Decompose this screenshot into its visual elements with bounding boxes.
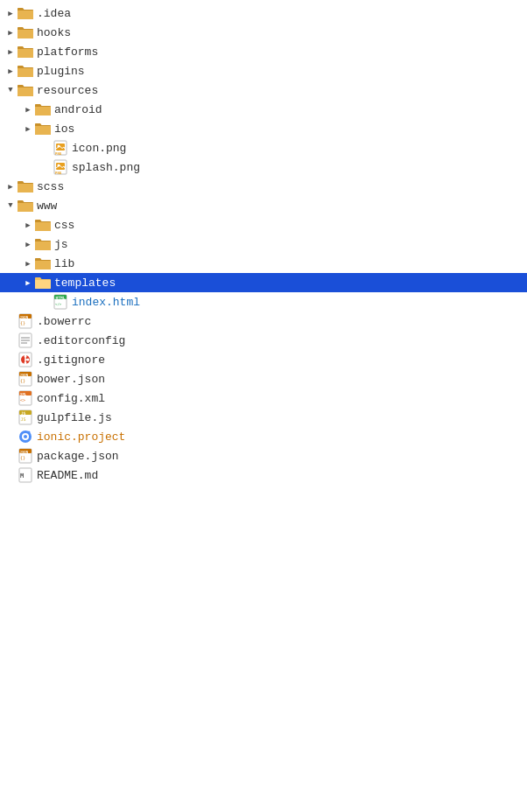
svg-text:JSON: JSON [20, 450, 29, 454]
tree-item-icon-png[interactable]: PNG icon.png [0, 138, 527, 158]
item-label: .editorconfig [37, 334, 125, 347]
item-label: plugins [37, 65, 85, 78]
tree-item-js[interactable]: js [0, 234, 527, 254]
svg-text:JS: JS [21, 411, 26, 416]
tree-item-splash-png[interactable]: PNG splash.png [0, 158, 527, 177]
item-label: scss [37, 180, 64, 193]
folder-icon [18, 84, 33, 96]
file-icon-json: JSON {} [18, 448, 33, 464]
file-icon-html: HTML </> [53, 294, 68, 310]
item-label: README.md [37, 469, 98, 482]
tree-item-bower-json[interactable]: JSON {} bower.json [0, 369, 527, 388]
svg-text:JSON: JSON [20, 373, 29, 377]
folder-icon [35, 276, 51, 289]
item-label: js [54, 238, 68, 251]
item-label: config.xml [37, 392, 105, 405]
item-label: splash.png [72, 161, 140, 174]
file-icon-image: PNG [53, 140, 68, 156]
svg-text:M: M [20, 472, 24, 480]
tree-item-css[interactable]: css [0, 215, 527, 234]
svg-point-40 [28, 431, 31, 434]
item-label: ionic.project [37, 430, 125, 444]
tree-item-scss[interactable]: scss [0, 177, 527, 196]
item-label: ios [54, 122, 74, 136]
arrow-right-icon[interactable] [21, 218, 35, 232]
arrow-down-icon[interactable] [4, 83, 18, 97]
tree-item-package-json[interactable]: JSON {} package.json [0, 446, 527, 466]
item-label: bower.json [37, 373, 105, 386]
tree-item-gitignore[interactable]: .gitignore [0, 350, 527, 369]
tree-item-idea[interactable]: .idea [0, 4, 527, 23]
svg-text:{}: {} [20, 320, 25, 326]
item-label: .gitignore [37, 354, 105, 367]
tree-item-resources[interactable]: resources [0, 80, 527, 100]
tree-item-plugins[interactable]: plugins [0, 61, 527, 80]
tree-item-bowerrc[interactable]: JSON {} .bowerrc [0, 312, 527, 331]
folder-icon [35, 219, 51, 231]
file-icon-json: JSON {} [18, 371, 33, 387]
tree-item-config-xml[interactable]: XML <> config.xml [0, 388, 527, 408]
file-icon-ionic [18, 429, 33, 444]
svg-text:{}: {} [20, 455, 25, 460]
arrow-right-icon[interactable] [4, 6, 18, 20]
arrow-right-icon[interactable] [4, 45, 18, 59]
arrow-right-icon[interactable] [21, 237, 35, 251]
item-label: icon.png [72, 142, 126, 155]
item-label: resources [37, 84, 98, 97]
file-icon-git [18, 352, 33, 368]
item-label: lib [54, 257, 74, 270]
svg-text:JS: JS [21, 416, 26, 422]
arrow-down-icon[interactable] [4, 199, 18, 213]
svg-point-39 [24, 435, 27, 438]
svg-point-22 [25, 355, 27, 358]
item-label: package.json [37, 450, 119, 463]
folder-icon [35, 257, 51, 270]
folder-icon [18, 200, 33, 212]
tree-item-templates[interactable]: templates [0, 273, 527, 292]
tree-item-editorconfig[interactable]: .editorconfig [0, 331, 527, 350]
file-icon-json: JSON {} [18, 313, 33, 329]
file-icon-js: JS JS [18, 410, 33, 425]
file-icon-image: PNG [53, 159, 68, 175]
tree-item-ionic-project[interactable]: ionic.project [0, 427, 527, 446]
folder-icon [18, 180, 33, 192]
svg-text:JSON: JSON [20, 315, 29, 319]
tree-item-android[interactable]: android [0, 100, 527, 119]
arrow-right-icon[interactable] [21, 276, 35, 290]
svg-text:PNG: PNG [55, 151, 62, 156]
item-label: platforms [37, 46, 98, 59]
item-label: android [54, 103, 102, 116]
folder-icon [35, 238, 51, 250]
folder-icon [18, 7, 33, 19]
folder-icon [35, 103, 51, 116]
item-label: .idea [37, 7, 71, 20]
tree-item-gulpfile-js[interactable]: JS JS gulpfile.js [0, 408, 527, 427]
arrow-right-icon[interactable] [21, 102, 35, 116]
folder-icon [35, 122, 51, 135]
arrow-right-icon[interactable] [21, 122, 35, 136]
item-label: gulpfile.js [37, 411, 112, 424]
svg-text:XML: XML [20, 392, 27, 396]
file-icon-md: M [18, 467, 33, 483]
tree-item-www[interactable]: www [0, 196, 527, 215]
svg-text:</>: </> [55, 302, 62, 306]
arrow-right-icon[interactable] [4, 64, 18, 78]
item-label: templates [54, 276, 116, 290]
svg-text:HTML: HTML [56, 296, 66, 300]
svg-point-23 [27, 359, 30, 361]
item-label: .bowerrc [37, 315, 91, 328]
item-label: css [54, 219, 74, 232]
tree-item-platforms[interactable]: platforms [0, 42, 527, 61]
tree-item-index-html[interactable]: HTML </> index.html [0, 292, 527, 312]
arrow-right-icon[interactable] [4, 179, 18, 193]
tree-item-ios[interactable]: ios [0, 119, 527, 138]
tree-item-readme-md[interactable]: M README.md [0, 466, 527, 485]
tree-item-lib[interactable]: lib [0, 254, 527, 273]
arrow-right-icon[interactable] [4, 25, 18, 39]
item-label: index.html [72, 296, 140, 309]
svg-text:<>: <> [20, 397, 25, 402]
arrow-right-icon[interactable] [21, 256, 35, 270]
folder-icon [18, 26, 33, 38]
svg-text:PNG: PNG [55, 171, 62, 175]
tree-item-hooks[interactable]: hooks [0, 23, 527, 42]
